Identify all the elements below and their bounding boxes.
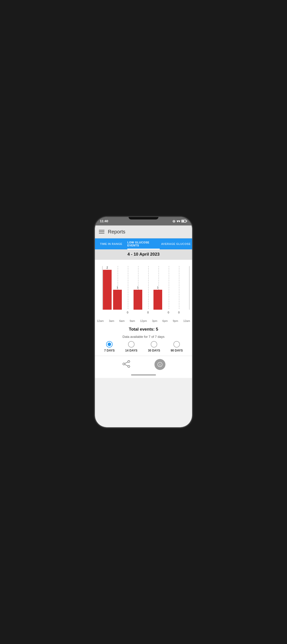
svg-point-18	[128, 360, 130, 362]
svg-text:1: 1	[116, 286, 118, 289]
day-option-90[interactable]: 90 DAYS	[171, 341, 183, 352]
radio-30days[interactable]	[151, 341, 157, 348]
tab-bar: TIME IN RANGE LOW GLUCOSE EVENTS AVERAGE…	[95, 238, 192, 250]
phone-screen: 11:40 ⊖ ▾▾ Repor	[95, 217, 192, 427]
radio-90days[interactable]	[174, 341, 180, 348]
svg-line-21	[125, 362, 128, 364]
bottom-bar: i	[95, 356, 192, 373]
share-icon	[122, 360, 131, 368]
svg-point-20	[128, 366, 130, 368]
share-button[interactable]	[122, 360, 131, 370]
home-indicator	[95, 373, 192, 378]
svg-text:0: 0	[178, 311, 180, 314]
chart-svg: 2 1 0 1 0 1 0	[97, 264, 190, 318]
bar-12am	[103, 270, 112, 310]
svg-text:0: 0	[147, 311, 149, 314]
battery-icon	[181, 220, 187, 222]
radio-7days[interactable]	[106, 341, 112, 348]
status-time: 11:40	[100, 219, 108, 223]
tab-low-glucose-events[interactable]: LOW GLUCOSE EVENTS	[127, 238, 160, 250]
info-button[interactable]: i	[154, 359, 166, 370]
day-option-7[interactable]: 7 DAYS	[104, 341, 114, 352]
menu-button[interactable]	[99, 230, 104, 234]
home-indicator-bar	[131, 374, 156, 376]
page-title: Reports	[108, 229, 125, 235]
wifi-icon: ▾▾	[177, 219, 180, 223]
svg-text:0: 0	[168, 311, 169, 314]
svg-text:2: 2	[106, 266, 108, 269]
svg-point-19	[123, 363, 125, 365]
x-axis-labels: 12am 3am 6am 9am 12pm 3pm 6pm 9pm 12am	[97, 318, 190, 322]
bar-3am	[113, 290, 122, 310]
app-header: Reports	[95, 226, 192, 238]
svg-line-22	[125, 364, 128, 366]
total-events: Total events: 5	[95, 324, 192, 333]
tab-time-in-range[interactable]: TIME IN RANGE	[95, 238, 127, 250]
svg-text:0: 0	[127, 311, 128, 314]
bar-chart: 2 1 0 1 0 1 0	[97, 264, 190, 318]
svg-text:1: 1	[157, 286, 158, 289]
bar-9am	[134, 290, 142, 310]
svg-text:1: 1	[137, 286, 138, 289]
day-selector: 7 DAYS 14 DAYS 30 DAYS 90 DAYS	[95, 339, 192, 356]
tab-average-glucose[interactable]: AVERAGE GLUCOSE	[160, 238, 192, 250]
chart-container: 2 1 0 1 0 1 0	[95, 260, 192, 324]
phone-notch	[128, 217, 158, 220]
radio-14days[interactable]	[128, 341, 134, 348]
day-option-30[interactable]: 30 DAYS	[148, 341, 160, 352]
date-range: 4 - 10 April 2023	[95, 250, 192, 260]
svg-text:i: i	[160, 363, 160, 366]
dnd-icon: ⊖	[172, 219, 176, 223]
bar-3pm	[154, 290, 162, 310]
day-option-14[interactable]: 14 DAYS	[125, 341, 138, 352]
info-icon: i	[158, 362, 162, 367]
phone-frame: 11:40 ⊖ ▾▾ Repor	[95, 217, 192, 427]
data-available: Data available for 7 of 7 days	[95, 333, 192, 339]
status-icons: ⊖ ▾▾	[172, 219, 187, 223]
